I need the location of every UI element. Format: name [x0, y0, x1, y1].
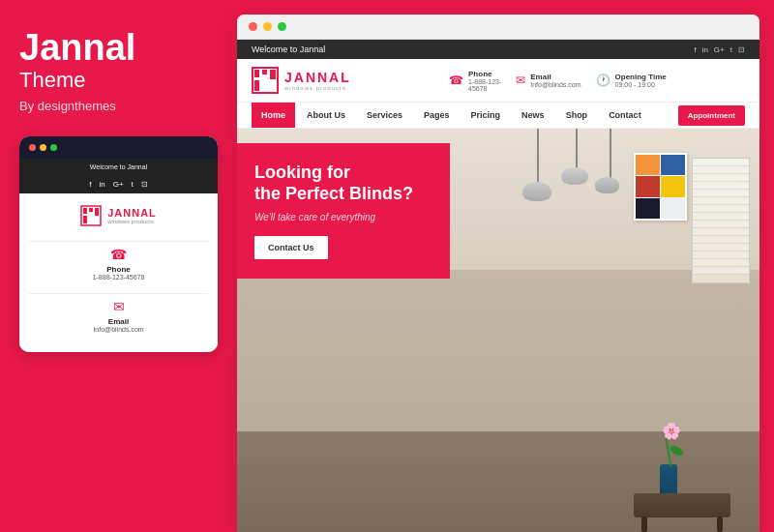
brand-title: Jannal — [19, 29, 218, 66]
coffee-table — [634, 493, 730, 517]
nav-item-pricing[interactable]: Pricing — [461, 103, 511, 128]
phone-topbar: Welcome to Jannal — [19, 159, 218, 175]
phone-phone-value: 1-888-123-45678 — [93, 274, 145, 281]
phone-divider-1 — [29, 241, 208, 242]
phone-dot-red — [29, 144, 36, 151]
left-panel: Jannal Theme By designthemes Welcome to … — [0, 0, 237, 532]
lamp1-shade — [522, 182, 551, 201]
phone-phone-info: ☎ Phone 1-888-123-45678 — [93, 247, 145, 281]
nav-item-services[interactable]: Services — [357, 103, 412, 128]
nav-item-contact[interactable]: Contact — [599, 103, 651, 128]
phone-social-bar: f in G+ t ⊡ — [19, 175, 218, 193]
browser-bar — [237, 15, 759, 40]
topbar-text: Welcome to Jannal — [252, 44, 325, 54]
phone-logo-sub: windows products — [107, 219, 157, 224]
phone-content: JANNAL windows products ☎ Phone 1-888-12… — [19, 193, 218, 352]
browser-dot-green — [278, 22, 286, 31]
svg-rect-4 — [83, 216, 87, 223]
phone-gplus-icon: G+ — [113, 180, 124, 189]
hero-headline: Looking for the Perfect Blinds? — [254, 163, 432, 204]
phone-email-icon: ✉ — [113, 299, 125, 314]
header-phone-value: 1-888-123- — [468, 78, 501, 85]
flower-bloom: 🌸 — [662, 422, 681, 440]
phone-dot-yellow — [40, 144, 46, 151]
header-phone-icon: ☎ — [449, 74, 463, 87]
header-clock-icon: 🕐 — [596, 74, 610, 87]
header-hours-value: 09:00 - 19:00 — [615, 81, 667, 88]
topbar-twitter-icon[interactable]: t — [730, 45, 732, 54]
phone-dot-green — [50, 144, 57, 151]
phone-mockup: Welcome to Jannal f in G+ t ⊡ JANNAL win… — [19, 136, 218, 352]
right-panel: Welcome to Jannal f in G+ t ⊡ J — [237, 15, 759, 532]
phone-browser-bar — [19, 136, 218, 159]
phone-email-label: Email — [108, 317, 129, 326]
header-email-icon: ✉ — [516, 74, 525, 87]
table-leg-right — [717, 517, 723, 532]
website: Welcome to Jannal f in G+ t ⊡ J — [237, 40, 759, 532]
phone-divider-2 — [29, 293, 208, 294]
phone-linkedin-icon: in — [99, 180, 104, 189]
phone-twitter-icon: t — [132, 180, 134, 189]
phone-email-value: Info@blinds.com — [93, 326, 143, 333]
header-phone-label: Phone — [468, 70, 501, 78]
hero-subtext: We'll take care of everything — [254, 212, 432, 222]
logo-svg-icon — [252, 67, 279, 94]
topbar-gplus-icon[interactable]: G+ — [714, 45, 725, 54]
svg-rect-3 — [95, 208, 99, 216]
site-topbar: Welcome to Jannal f in G+ t ⊡ — [237, 40, 759, 59]
svg-rect-8 — [270, 70, 276, 79]
header-email: ✉ Email Info@blinds.com — [516, 70, 580, 92]
lamp2-shade — [561, 167, 588, 185]
phone-facebook-icon: f — [89, 180, 91, 189]
nav-item-about[interactable]: About Us — [297, 103, 355, 128]
site-logo[interactable]: JANNAL windows products — [252, 67, 351, 94]
hero-cta-button[interactable]: Contact Us — [254, 236, 328, 259]
svg-rect-6 — [254, 70, 259, 77]
phone-logo: JANNAL windows products — [80, 205, 157, 226]
brand-subtitle: Theme — [19, 68, 218, 93]
phone-phone-label: Phone — [106, 265, 130, 274]
topbar-instagram-icon[interactable]: ⊡ — [738, 45, 745, 54]
logo-main-text: JANNAL — [284, 70, 351, 85]
header-phone-value2: 45678 — [468, 85, 501, 92]
header-email-label: Email — [530, 73, 580, 81]
header-email-value: Info@blinds.com — [530, 81, 580, 88]
svg-rect-2 — [89, 208, 93, 212]
svg-rect-1 — [83, 208, 87, 214]
header-hours-label: Opening Time — [615, 73, 667, 81]
brand-area: Jannal Theme By designthemes — [19, 29, 218, 113]
phone-logo-text: JANNAL — [107, 207, 157, 219]
header-phone: ☎ Phone 1-888-123- 45678 — [449, 70, 501, 92]
hero-card: Looking for the Perfect Blinds? We'll ta… — [237, 143, 450, 279]
nav-appointment-button[interactable]: Appointment — [678, 105, 745, 126]
lamp1-cord — [537, 129, 539, 187]
nav-item-home[interactable]: Home — [252, 103, 295, 128]
lamp3-cord — [610, 129, 611, 182]
topbar-social: f in G+ t ⊡ — [694, 45, 745, 54]
phone-logo-svg — [80, 205, 102, 226]
logo-tagline-text: windows products — [284, 85, 351, 91]
header-info-group: ☎ Phone 1-888-123- 45678 ✉ Email Info@bl… — [371, 70, 745, 92]
table-leg-left — [641, 517, 647, 532]
lamp3-shade — [595, 177, 619, 193]
phone-email-info: ✉ Email Info@blinds.com — [93, 299, 143, 333]
nav-item-news[interactable]: News — [512, 103, 554, 128]
wall-artwork — [634, 153, 687, 221]
lamp2-cord — [576, 129, 578, 172]
brand-by: By designthemes — [19, 99, 218, 113]
svg-rect-7 — [262, 70, 267, 74]
browser-dot-red — [249, 22, 257, 31]
phone-instagram-icon: ⊡ — [141, 180, 148, 189]
site-hero: 🌸 Looking for the Perfect B — [237, 129, 759, 532]
site-header: JANNAL windows products ☎ Phone 1-888-12… — [237, 59, 759, 103]
site-nav: Home About Us Services Pages Pricing New… — [237, 103, 759, 129]
browser-dot-yellow — [263, 22, 272, 31]
header-opening-time: 🕐 Opening Time 09:00 - 19:00 — [596, 70, 667, 92]
nav-item-pages[interactable]: Pages — [414, 103, 460, 128]
phone-phone-icon: ☎ — [110, 247, 127, 262]
window-blinds — [692, 158, 750, 283]
svg-rect-9 — [254, 80, 259, 91]
nav-item-shop[interactable]: Shop — [556, 103, 598, 128]
topbar-facebook-icon[interactable]: f — [694, 45, 696, 54]
topbar-linkedin-icon[interactable]: in — [702, 45, 708, 54]
